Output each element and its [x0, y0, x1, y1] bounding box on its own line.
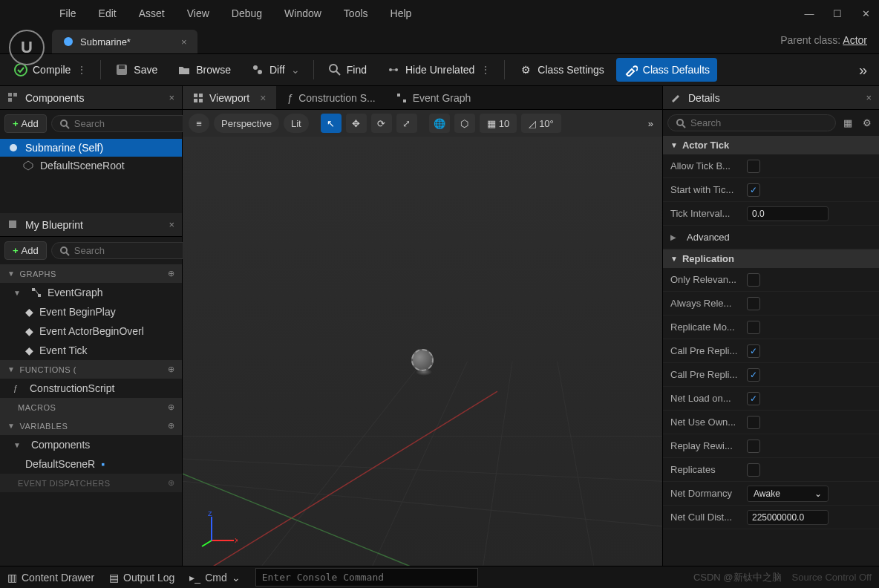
perspective-button[interactable]: Perspective	[214, 114, 279, 133]
details-view-options-icon[interactable]: ▦	[840, 114, 855, 131]
tab-close-icon[interactable]: ×	[181, 36, 187, 48]
component-item-scene-root[interactable]: DefaultSceneRoot	[0, 157, 182, 174]
property-number-input[interactable]	[747, 206, 829, 221]
class-defaults-button[interactable]: Class Defaults	[616, 58, 717, 82]
property-checkbox[interactable]	[747, 273, 760, 287]
console-command-input[interactable]	[255, 568, 478, 587]
diff-button[interactable]: Diff ⌄	[243, 58, 307, 82]
details-close-icon[interactable]: ×	[866, 92, 872, 103]
myblueprint-list[interactable]: ▼ GRAPHS ⊕ ▼ EventGraph ◆Event BeginPlay…	[0, 264, 182, 566]
viewport-overflow-icon[interactable]: »	[645, 115, 656, 132]
add-function-icon[interactable]: ⊕	[168, 365, 175, 374]
surface-snap-button[interactable]: ⬡	[454, 114, 475, 133]
event-actorbeginoverlap[interactable]: ◆Event ActorBeginOverl	[0, 321, 182, 341]
property-checkbox[interactable]: ✓	[747, 392, 760, 405]
details-header[interactable]: Details ×	[663, 86, 879, 110]
menu-help[interactable]: Help	[391, 7, 412, 19]
browse-button[interactable]: Browse	[169, 58, 238, 82]
chevron-down-icon[interactable]: ⌄	[291, 64, 300, 76]
tab-viewport[interactable]: Viewport ×	[183, 86, 276, 109]
gear-icon[interactable]: ⚙	[860, 114, 875, 131]
section-macros[interactable]: MACROS ⊕	[0, 398, 182, 416]
menu-tools[interactable]: Tools	[344, 7, 368, 19]
menu-edit[interactable]: Edit	[99, 7, 117, 19]
property-checkbox[interactable]	[747, 440, 760, 453]
event-beginplay[interactable]: ◆Event BeginPlay	[0, 302, 182, 321]
variables-components-group[interactable]: ▼ Components	[0, 435, 182, 454]
scale-tool-button[interactable]: ⤢	[396, 114, 417, 133]
viewport-menu-button[interactable]: ≡	[189, 114, 209, 133]
maximize-icon[interactable]: ☐	[831, 7, 843, 19]
property-checkbox[interactable]	[747, 297, 760, 310]
tab-event-graph[interactable]: Event Graph	[386, 86, 482, 109]
parent-class-link[interactable]: Actor	[843, 34, 867, 46]
menu-window[interactable]: Window	[284, 7, 321, 19]
add-variable-icon[interactable]: ⊕	[168, 421, 175, 431]
lit-mode-button[interactable]: Lit	[284, 114, 309, 133]
minimize-icon[interactable]: —	[803, 7, 815, 19]
section-dispatchers[interactable]: EVENT DISPATCHERS ⊕	[0, 474, 182, 492]
move-tool-button[interactable]: ✥	[346, 114, 367, 133]
property-checkbox[interactable]: ✓	[747, 183, 760, 197]
property-checkbox[interactable]	[747, 160, 760, 173]
hide-dropdown-icon[interactable]: ⋮	[480, 64, 491, 76]
save-button[interactable]: Save	[107, 58, 165, 82]
property-checkbox[interactable]: ✓	[747, 344, 760, 358]
property-checkbox[interactable]	[747, 321, 760, 334]
property-checkbox[interactable]: ✓	[747, 368, 760, 382]
add-component-button[interactable]: + Add	[4, 114, 47, 133]
world-local-toggle[interactable]: 🌐	[429, 114, 450, 133]
property-checkbox[interactable]	[747, 463, 760, 477]
viewport-3d[interactable]: X Z	[183, 137, 662, 566]
components-search-input[interactable]	[74, 118, 199, 129]
category-header[interactable]: ▼Actor Tick	[663, 136, 879, 154]
section-variables[interactable]: ▼ VARIABLES ⊕	[0, 416, 182, 435]
section-functions[interactable]: ▼ FUNCTIONS ( ⊕	[0, 360, 182, 379]
output-log-button[interactable]: ▤ Output Log	[109, 572, 174, 584]
myblueprint-close-icon[interactable]: ×	[169, 219, 174, 230]
myblueprint-header[interactable]: My Blueprint ×	[0, 213, 182, 237]
property-dropdown[interactable]: Awake⌄	[747, 486, 829, 502]
tab-construction-script[interactable]: ƒ Construction S...	[276, 86, 385, 109]
graph-eventgraph[interactable]: ▼ EventGraph	[0, 283, 182, 302]
add-graph-icon[interactable]: ⊕	[168, 269, 175, 278]
myblueprint-search-input[interactable]	[74, 245, 199, 256]
details-search[interactable]	[667, 114, 836, 131]
toolbar-overflow-icon[interactable]: »	[853, 62, 873, 79]
property-number-input[interactable]	[747, 510, 829, 525]
menu-view[interactable]: View	[187, 7, 209, 19]
menu-asset[interactable]: Asset	[139, 7, 165, 19]
details-body[interactable]: ▼Actor TickAllow Tick B...Start with Tic…	[663, 136, 879, 566]
find-button[interactable]: Find	[320, 58, 374, 82]
select-tool-button[interactable]: ↖	[321, 114, 342, 133]
components-close-icon[interactable]: ×	[169, 92, 174, 103]
actor-sphere-gizmo[interactable]	[411, 349, 434, 371]
details-search-input[interactable]	[690, 117, 828, 128]
function-constructionscript[interactable]: ƒ ConstructionScript	[0, 379, 182, 398]
section-graphs[interactable]: ▼ GRAPHS ⊕	[0, 264, 182, 283]
component-item-root[interactable]: Submarine (Self)	[0, 139, 182, 157]
compile-dropdown-icon[interactable]: ⋮	[76, 64, 87, 76]
source-control-button[interactable]: Source Control Off	[792, 572, 872, 583]
components-panel-header[interactable]: Components ×	[0, 86, 182, 110]
event-tick[interactable]: ◆Event Tick	[0, 341, 182, 360]
add-dispatcher-icon[interactable]: ⊕	[168, 478, 175, 488]
menu-file[interactable]: File	[59, 7, 76, 19]
rotate-tool-button[interactable]: ⟳	[371, 114, 392, 133]
hide-unrelated-button[interactable]: Hide Unrelated ⋮	[379, 58, 498, 82]
document-tab[interactable]: Submarine* ×	[52, 30, 197, 53]
content-drawer-button[interactable]: ▥ Content Drawer	[7, 572, 94, 584]
advanced-toggle[interactable]: ▶Advanced	[663, 226, 879, 249]
angle-snap-button[interactable]: ◿ 10°	[521, 114, 561, 133]
property-checkbox[interactable]	[747, 416, 760, 429]
add-macro-icon[interactable]: ⊕	[168, 402, 175, 412]
cmd-selector[interactable]: ▸_ Cmd ⌄	[189, 572, 240, 584]
grid-snap-button[interactable]: ▦ 10	[480, 114, 517, 133]
variable-defaultsceneroot[interactable]: DefaultSceneR ▪	[0, 454, 182, 474]
class-settings-button[interactable]: ⚙ Class Settings	[511, 58, 611, 82]
close-icon[interactable]: ✕	[860, 7, 872, 19]
category-header[interactable]: ▼Replication	[663, 249, 879, 268]
add-blueprint-button[interactable]: + Add	[4, 241, 47, 260]
tab-close-icon[interactable]: ×	[260, 92, 266, 104]
menu-debug[interactable]: Debug	[232, 7, 262, 19]
